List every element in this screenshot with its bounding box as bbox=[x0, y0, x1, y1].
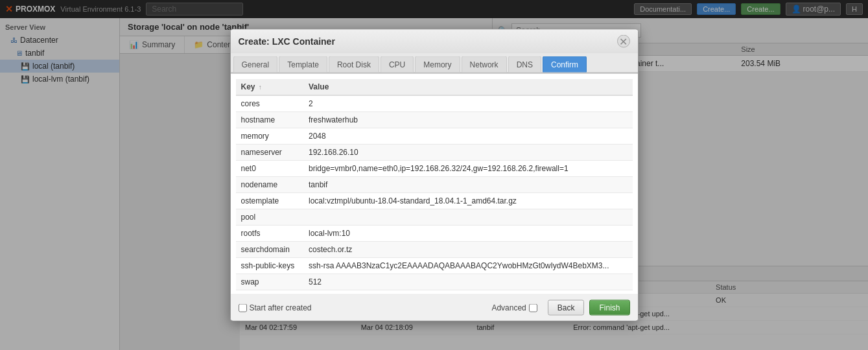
cell-value: 192.168.26.10 bbox=[303, 144, 633, 160]
tab-template[interactable]: Template bbox=[279, 56, 327, 73]
advanced-label: Advanced bbox=[491, 303, 537, 312]
tab-root-disk[interactable]: Root Disk bbox=[329, 56, 379, 73]
cell-key: net0 bbox=[236, 160, 303, 176]
cell-value: 2048 bbox=[303, 128, 633, 144]
tab-general[interactable]: General bbox=[233, 56, 278, 73]
sort-icon: ↑ bbox=[259, 84, 262, 91]
finish-button[interactable]: Finish bbox=[589, 300, 629, 316]
dialog-footer: Start after created Advanced Back Finish bbox=[231, 294, 638, 321]
cell-key: ostemplate bbox=[236, 192, 303, 209]
tab-network[interactable]: Network bbox=[462, 56, 507, 73]
dialog-title: Create: LXC Container bbox=[239, 36, 335, 47]
table-row[interactable]: pool bbox=[236, 209, 633, 225]
cell-key: hostname bbox=[236, 111, 303, 128]
dialog-header: Create: LXC Container ✕ bbox=[231, 30, 638, 54]
table-row[interactable]: memory2048 bbox=[236, 128, 633, 144]
cell-key: cores bbox=[236, 95, 303, 112]
cell-key: ssh-public-keys bbox=[236, 257, 303, 274]
cell-value: costech.or.tz bbox=[303, 241, 633, 257]
back-button[interactable]: Back bbox=[548, 300, 585, 316]
table-row[interactable]: rootfslocal-lvm:10 bbox=[236, 225, 633, 241]
cell-key: searchdomain bbox=[236, 241, 303, 257]
dialog-tabs: General Template Root Disk CPU Memory Ne… bbox=[231, 54, 638, 74]
create-lxc-dialog: Create: LXC Container ✕ General Template… bbox=[230, 29, 639, 321]
col-value-header: Value bbox=[303, 79, 633, 95]
cell-key: pool bbox=[236, 209, 303, 225]
table-row[interactable]: ostemplatelocal:vztmpl/ubuntu-18.04-stan… bbox=[236, 192, 633, 209]
cell-value: tanbif bbox=[303, 176, 633, 192]
table-row[interactable]: cores2 bbox=[236, 95, 633, 112]
cell-value: 512 bbox=[303, 274, 633, 290]
close-button[interactable]: ✕ bbox=[617, 35, 630, 48]
table-row[interactable]: net0bridge=vmbr0,name=eth0,ip=192.168.26… bbox=[236, 160, 633, 176]
cell-value: 2 bbox=[303, 95, 633, 112]
table-row[interactable]: nodenametanbif bbox=[236, 176, 633, 192]
confirm-table: Key ↑ Value cores2hostnamefreshwaterhubm… bbox=[236, 79, 633, 294]
advanced-checkbox[interactable] bbox=[529, 303, 537, 312]
start-after-created-text: Start after created bbox=[250, 303, 312, 312]
cell-value: freshwaterhub bbox=[303, 111, 633, 128]
table-row[interactable]: searchdomaincostech.or.tz bbox=[236, 241, 633, 257]
cell-key: swap bbox=[236, 274, 303, 290]
cell-value: ssh-rsa AAAAB3NzaC1yc2EAAAADAQABAAABAQC2… bbox=[303, 257, 633, 274]
cell-value: local:vztmpl/ubuntu-18.04-standard_18.04… bbox=[303, 192, 633, 209]
cell-value: bridge=vmbr0,name=eth0,ip=192.168.26.32/… bbox=[303, 160, 633, 176]
cell-key: rootfs bbox=[236, 225, 303, 241]
cell-value bbox=[303, 209, 633, 225]
tab-dns[interactable]: DNS bbox=[508, 56, 541, 73]
table-row[interactable]: ssh-public-keysssh-rsa AAAAB3NzaC1yc2EAA… bbox=[236, 257, 633, 274]
tab-cpu[interactable]: CPU bbox=[381, 56, 414, 73]
col-key-header: Key ↑ bbox=[236, 79, 303, 95]
tab-confirm[interactable]: Confirm bbox=[543, 56, 587, 73]
start-after-created-label[interactable]: Start after created bbox=[239, 303, 312, 312]
tab-memory[interactable]: Memory bbox=[415, 56, 460, 73]
table-row[interactable]: hostnamefreshwaterhub bbox=[236, 111, 633, 128]
cell-key: memory bbox=[236, 128, 303, 144]
cell-key: nodename bbox=[236, 176, 303, 192]
cell-value: local-lvm:10 bbox=[303, 225, 633, 241]
table-row[interactable]: swap512 bbox=[236, 274, 633, 290]
start-after-created-checkbox[interactable] bbox=[239, 303, 247, 312]
cell-key: nameserver bbox=[236, 144, 303, 160]
table-row[interactable]: nameserver192.168.26.10 bbox=[236, 144, 633, 160]
dialog-body: Key ↑ Value cores2hostnamefreshwaterhubm… bbox=[231, 74, 638, 294]
